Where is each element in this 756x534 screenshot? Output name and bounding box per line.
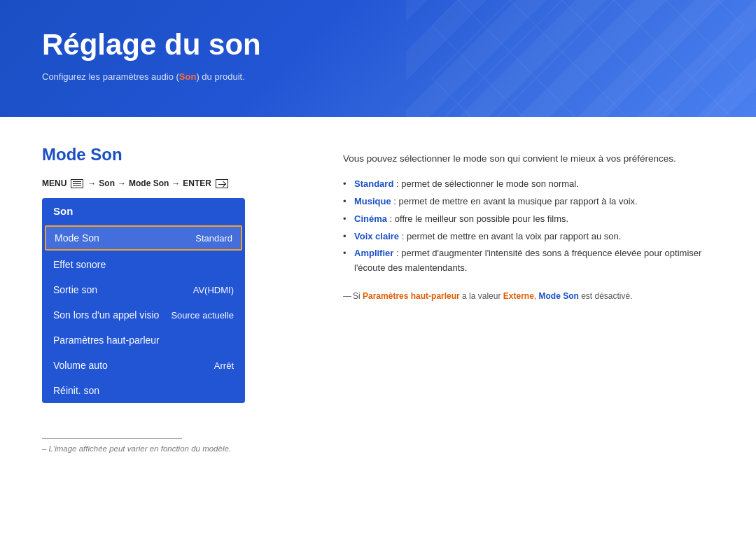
menu-item-mode-son[interactable]: Mode Son Standard — [45, 225, 242, 251]
menu-panel-header: Son — [42, 198, 245, 224]
subtitle-text-after: ) du produit. — [196, 71, 244, 82]
menu-item-label: Sortie son — [53, 284, 97, 295]
list-item: Voix claire : permet de mettre en avant … — [343, 230, 714, 244]
term-amplifier: Amplifier — [354, 248, 393, 258]
subtitle-text-before: Configurez les paramètres audio ( — [42, 71, 179, 82]
list-item: Musique : permet de mettre en avant la m… — [343, 195, 714, 209]
term-musique: Musique — [354, 196, 391, 206]
menu-panel-title: Son — [53, 205, 73, 217]
term-desc: : permet de mettre en avant la voix par … — [402, 231, 622, 241]
menu-item-value: Arrêt — [214, 360, 234, 371]
menu-item-parametres-haut-parleur[interactable]: Paramètres haut-parleur — [42, 328, 245, 353]
list-item: Cinéma : offre le meilleur son possible … — [343, 212, 714, 227]
main-content: Mode Son MENU → Son → Mode Son → ENTER — [0, 117, 756, 431]
intro-text: Vous pouvez sélectionner le mode son qui… — [343, 152, 714, 166]
right-column: Vous pouvez sélectionner le mode son qui… — [343, 145, 714, 403]
note-text: Si Paramètres haut-parleur a la valeur E… — [343, 290, 714, 302]
term-desc: : permet de mettre en avant la musique p… — [393, 196, 637, 206]
term-voix-claire: Voix claire — [354, 231, 399, 241]
arrow3: → — [172, 178, 180, 188]
subtitle-highlight: Son — [179, 71, 197, 82]
bullet-list: Standard : permet de sélectionner le mod… — [343, 177, 714, 276]
menu-path: MENU → Son → Mode Son → ENTER — [42, 178, 301, 188]
list-item: Amplifier : permet d'augmenter l'intensi… — [343, 246, 714, 276]
menu-item-reinit-son[interactable]: Réinit. son — [42, 378, 245, 403]
note-term-parametres: Paramètres haut-parleur — [363, 291, 460, 301]
enter-label: ENTER — [183, 178, 211, 188]
note-si: Si — [353, 291, 363, 301]
note-middle: a la valeur — [460, 291, 503, 301]
term-cinema: Cinéma — [354, 213, 387, 224]
term-desc: : permet d'augmenter l'intensité des son… — [354, 248, 701, 273]
arrow2: → — [118, 178, 126, 188]
arrow1: → — [88, 178, 96, 188]
menu-item-sortie-son[interactable]: Sortie son AV(HDMI) — [42, 277, 245, 302]
term-desc: : permet de sélectionner le mode son nor… — [396, 178, 579, 189]
menu-icon — [71, 179, 83, 188]
menu-item-son-appel-visio[interactable]: Son lors d'un appel visio Source actuell… — [42, 302, 245, 328]
footer-text: – L'image affichée peut varier en foncti… — [42, 444, 714, 453]
menu-item-label: Son lors d'un appel visio — [53, 309, 159, 321]
menu-item-label: Volume auto — [53, 360, 108, 371]
menu-item-label: Mode Son — [55, 232, 99, 244]
section-title: Mode Son — [42, 145, 301, 164]
footer-note: – L'image affichée peut varier en foncti… — [0, 438, 756, 453]
note-comma: , — [534, 291, 539, 301]
enter-icon — [216, 179, 228, 188]
note-after: est désactivé. — [579, 291, 633, 301]
footer-divider — [42, 438, 182, 439]
menu-item-effet-sonore[interactable]: Effet sonore — [42, 252, 245, 277]
menu-item-value: Standard — [195, 233, 232, 244]
menu-item-value: Source actuelle — [171, 310, 234, 321]
menu-item-label: Paramètres haut-parleur — [53, 335, 160, 346]
menu-item-volume-auto[interactable]: Volume auto Arrêt — [42, 353, 245, 378]
term-standard: Standard — [354, 178, 393, 189]
menu-item-label: Réinit. son — [53, 385, 99, 396]
note-term-mode-son: Mode Son — [539, 291, 579, 301]
menu-item-value: AV(HDMI) — [193, 285, 234, 295]
path-mode-son: Mode Son — [129, 178, 169, 188]
path-son: Son — [99, 178, 115, 188]
left-column: Mode Son MENU → Son → Mode Son → ENTER — [42, 145, 301, 403]
menu-item-label: Effet sonore — [53, 259, 106, 270]
header-subtitle: Configurez les paramètres audio (Son) du… — [42, 71, 714, 82]
menu-label: MENU — [42, 178, 66, 188]
page-title: Réglage du son — [42, 28, 714, 62]
header-banner: Réglage du son Configurez les paramètres… — [0, 0, 756, 117]
term-desc: : offre le meilleur son possible pour le… — [390, 213, 569, 224]
menu-panel: Son Mode Son Standard Effet sonore Sorti… — [42, 198, 245, 403]
list-item: Standard : permet de sélectionner le mod… — [343, 177, 714, 192]
note-term-externe: Externe — [503, 291, 534, 301]
